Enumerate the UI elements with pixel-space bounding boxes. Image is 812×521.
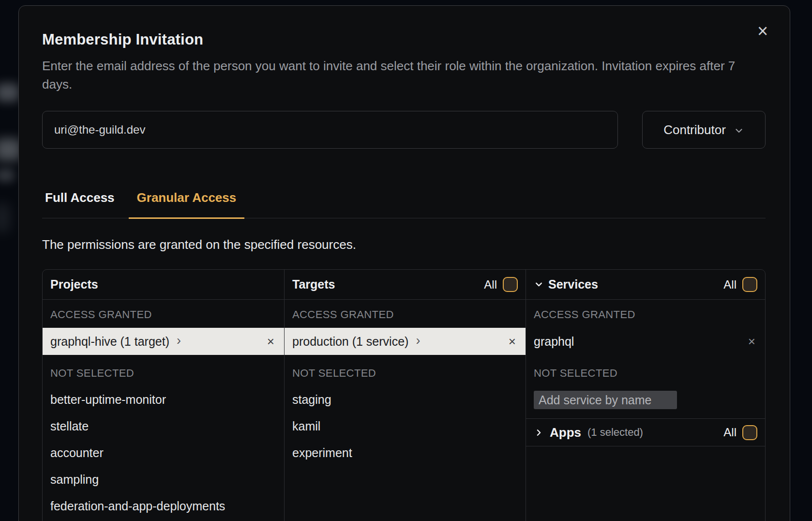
project-list-item[interactable]: stellate xyxy=(43,413,284,440)
targets-not-selected-list: staging kamil experiment xyxy=(285,386,526,466)
services-all-label: All xyxy=(723,278,737,291)
background-blur-artifact xyxy=(0,83,19,102)
services-column: Services All ACCESS GRANTED graphql × NO… xyxy=(526,270,765,521)
access-tabs: Full Access Granular Access xyxy=(42,190,766,218)
selected-service-row: graphql × xyxy=(526,328,765,355)
targets-not-selected-label: NOT SELECTED xyxy=(292,366,518,381)
tab-granular-access[interactable]: Granular Access xyxy=(129,190,245,219)
project-list-item[interactable]: accounter xyxy=(43,440,284,466)
chevron-right-icon xyxy=(534,428,544,438)
projects-not-selected-label: NOT SELECTED xyxy=(50,366,276,381)
services-header[interactable]: Services All xyxy=(526,270,765,300)
resource-selector-table: Projects ACCESS GRANTED graphql-hive (1 … xyxy=(42,269,766,521)
apps-all-label: All xyxy=(723,426,737,439)
target-list-item[interactable]: staging xyxy=(285,386,526,413)
apps-label: Apps xyxy=(550,425,581,440)
selected-target-name: production (1 service) xyxy=(292,335,408,349)
services-all-checkbox[interactable] xyxy=(742,277,757,292)
selected-target-row[interactable]: production (1 service) › × xyxy=(285,328,526,355)
projects-access-granted-label: ACCESS GRANTED xyxy=(50,307,276,322)
project-list-item[interactable]: federation-and-app-deployments xyxy=(43,493,284,520)
apps-selected-count: (1 selected) xyxy=(587,426,643,439)
targets-header-title: Targets xyxy=(292,277,335,291)
apps-section-row[interactable]: Apps (1 selected) All xyxy=(526,418,765,446)
permissions-note: The permissions are granted on the speci… xyxy=(42,237,766,252)
remove-project-icon[interactable]: × xyxy=(267,335,274,348)
targets-all-checkbox[interactable] xyxy=(503,277,518,292)
chevron-down-icon xyxy=(734,125,744,136)
background-blur-artifact xyxy=(0,169,15,182)
close-icon: × xyxy=(757,21,768,41)
target-list-item[interactable]: kamil xyxy=(285,413,526,440)
targets-all-label: All xyxy=(484,278,497,291)
apps-select-all[interactable]: All xyxy=(723,425,757,440)
add-service-input[interactable] xyxy=(534,391,677,409)
projects-header: Projects xyxy=(43,270,284,300)
role-select[interactable]: Contributor xyxy=(642,111,766,149)
selected-project-name: graphql-hive (1 target) xyxy=(50,335,169,349)
projects-header-title: Projects xyxy=(50,277,98,291)
chevron-right-icon: › xyxy=(177,334,181,349)
dialog-description: Enter the email address of the person yo… xyxy=(42,57,766,93)
project-list-item[interactable]: sampling xyxy=(43,466,284,493)
background-blur-artifact xyxy=(0,203,10,232)
services-not-selected-label: NOT SELECTED xyxy=(534,366,757,381)
chevron-right-icon: › xyxy=(416,334,420,349)
projects-column: Projects ACCESS GRANTED graphql-hive (1 … xyxy=(43,270,285,521)
remove-target-icon[interactable]: × xyxy=(509,335,516,348)
target-list-item[interactable]: experiment xyxy=(285,440,526,466)
remove-service-icon[interactable]: × xyxy=(748,335,755,348)
invite-row: Contributor xyxy=(42,111,766,149)
close-button[interactable]: × xyxy=(753,21,772,41)
selected-service-name: graphql xyxy=(534,335,574,349)
projects-not-selected-list: better-uptime-monitor stellate accounter… xyxy=(43,386,284,520)
targets-column: Targets All ACCESS GRANTED production (1… xyxy=(285,270,526,521)
email-input[interactable] xyxy=(42,111,618,149)
services-access-granted-label: ACCESS GRANTED xyxy=(534,307,757,322)
services-header-title: Services xyxy=(548,277,598,291)
selected-project-row[interactable]: graphql-hive (1 target) › × xyxy=(43,328,284,355)
targets-header: Targets All xyxy=(285,270,526,300)
tab-full-access[interactable]: Full Access xyxy=(42,190,122,219)
chevron-down-icon xyxy=(534,279,544,290)
services-select-all[interactable]: All xyxy=(723,277,757,292)
project-list-item[interactable]: better-uptime-monitor xyxy=(43,386,284,413)
role-select-value: Contributor xyxy=(663,123,726,138)
apps-all-checkbox[interactable] xyxy=(742,425,757,440)
membership-invitation-dialog: × Membership Invitation Enter the email … xyxy=(18,5,790,521)
targets-select-all[interactable]: All xyxy=(484,277,518,292)
dialog-title: Membership Invitation xyxy=(42,31,766,48)
targets-access-granted-label: ACCESS GRANTED xyxy=(292,307,518,322)
